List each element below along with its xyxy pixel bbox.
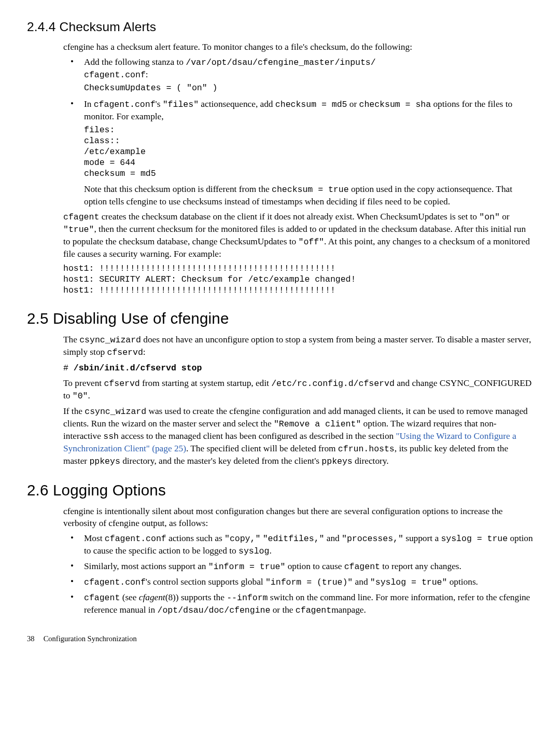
text: creates the checksum database on the cli…: [99, 212, 479, 222]
page-footer: 38 Configuration Synchronization: [27, 634, 533, 644]
code: --inform: [227, 593, 268, 603]
command-line: # /sbin/init.d/cfservd stop: [63, 362, 533, 374]
text: :: [143, 347, 146, 357]
command: /sbin/init.d/cfservd stop: [74, 363, 202, 373]
code-block: files: class:: /etc/example mode = 644 c…: [84, 125, 533, 179]
code: cfagent.conf: [94, 100, 156, 109]
para: cfagent creates the checksum database on…: [63, 211, 533, 260]
prompt: #: [63, 363, 74, 373]
text: from starting at system startup, edit: [140, 378, 271, 388]
code: "copy,": [225, 534, 260, 544]
page-number: 38: [27, 634, 41, 644]
text: to report any changes.: [380, 561, 461, 571]
code: /etc/rc.config.d/cfservd: [271, 379, 395, 389]
text: :: [146, 70, 148, 79]
text: 's control section supports global: [146, 577, 265, 587]
code: checksum = md5: [275, 100, 347, 109]
text: In: [84, 99, 94, 109]
text: directory.: [353, 456, 389, 466]
text: option to cause: [285, 561, 344, 571]
code: ppkeys: [89, 457, 120, 466]
text: Note that this checksum option is differ…: [84, 184, 272, 194]
para: To prevent cfservd from starting at syst…: [63, 377, 533, 402]
code: cfagent: [344, 562, 380, 572]
code: "files": [163, 100, 199, 109]
code: /opt/dsau/doc/cfengine: [158, 605, 271, 615]
code: cfagent: [84, 593, 120, 603]
code: "true": [63, 225, 94, 234]
list-item: Similarly, most actions support an "info…: [77, 560, 533, 573]
heading-26: 2.6 Logging Options: [27, 480, 533, 500]
text: .: [88, 391, 90, 400]
code: cfagent: [296, 605, 331, 615]
list-item: Add the following stanza to /var/opt/dsa…: [77, 56, 533, 94]
list-item: cfagent (see cfagent(8)) supports the --…: [77, 591, 533, 616]
italic: cfagent: [139, 592, 165, 602]
code-block: ChecksumUpdates = ( "on" ): [84, 82, 533, 93]
text: .: [269, 546, 271, 556]
text: and: [353, 577, 370, 587]
code: cfagent.conf: [84, 70, 146, 80]
text: actionsequence, add: [199, 99, 275, 109]
code: checksum = sha: [359, 100, 431, 109]
code: "processes,": [342, 534, 403, 544]
text: options.: [447, 577, 478, 587]
code: ssh: [103, 432, 119, 441]
bullet-list: Add the following stanza to /var/opt/dsa…: [63, 56, 533, 208]
para: cfengine has a checksum alert feature. T…: [63, 41, 533, 53]
text: access to the managed client has been co…: [119, 431, 396, 441]
note: Note that this checksum option is differ…: [84, 183, 533, 208]
section-26-body: cfengine is intentionally silent about m…: [63, 505, 533, 616]
text: directory, and the master's key deleted …: [120, 456, 322, 466]
code: cfservd: [107, 348, 143, 357]
code: "inform = (true)": [265, 577, 353, 587]
code: cfrun.hosts: [338, 444, 395, 454]
text: Similarly, most actions support an: [84, 561, 208, 571]
code: cfagent: [63, 212, 99, 222]
list-item: Most cfagent.conf actions such as "copy,…: [77, 532, 533, 557]
list-item: cfagent.conf's control section supports …: [77, 576, 533, 588]
text: To prevent: [63, 378, 104, 388]
text: or the: [270, 605, 295, 615]
text: (8)) supports the: [165, 592, 227, 602]
text: or: [347, 99, 359, 109]
section-25-body: The csync_wizard does not have an unconf…: [63, 334, 533, 467]
text: . The specified client will be deleted f…: [186, 444, 338, 453]
para: cfengine is intentionally silent about m…: [63, 505, 533, 529]
text: (see: [120, 592, 138, 602]
code: "inform = true": [208, 562, 286, 572]
text: Most: [84, 533, 105, 543]
text: If the: [63, 406, 85, 416]
code: checksum = true: [272, 185, 349, 195]
heading-244: 2.4.4 Checksum Alerts: [27, 19, 533, 36]
para: If the csync_wizard was used to create t…: [63, 405, 533, 467]
para: The csync_wizard does not have an unconf…: [63, 334, 533, 358]
code: "syslog = true": [370, 577, 447, 587]
code: "off": [299, 237, 325, 247]
code: "0": [73, 391, 88, 401]
text: Add the following stanza to: [84, 57, 186, 67]
code: cfagent.conf: [105, 534, 166, 544]
section-244-body: cfengine has a checksum alert feature. T…: [63, 41, 533, 296]
heading-25: 2.5 Disabling Use of cfengine: [27, 308, 533, 328]
text: or: [500, 212, 510, 222]
code: csync_wizard: [85, 407, 146, 417]
text: actions such as: [166, 533, 225, 543]
code: "Remove a client": [274, 419, 361, 429]
text: support a: [403, 533, 441, 543]
bullet-list: Most cfagent.conf actions such as "copy,…: [63, 532, 533, 616]
text: 's: [156, 99, 163, 109]
text: The: [63, 335, 79, 344]
code: ppkeys: [321, 457, 352, 466]
text: manpage.: [331, 605, 366, 615]
code: "on": [479, 212, 500, 222]
text: and: [324, 533, 342, 543]
code: syslog: [239, 546, 269, 556]
code: cfservd: [104, 379, 139, 389]
chapter-title: Configuration Synchronization: [44, 634, 137, 643]
code-block: host1: !!!!!!!!!!!!!!!!!!!!!!!!!!!!!!!!!…: [63, 263, 533, 296]
code: csync_wizard: [79, 335, 141, 345]
code: cfagent.conf: [84, 577, 146, 587]
code: /var/opt/dsau/cfengine_master/inputs/: [186, 58, 375, 67]
code: "editfiles,": [263, 534, 325, 544]
